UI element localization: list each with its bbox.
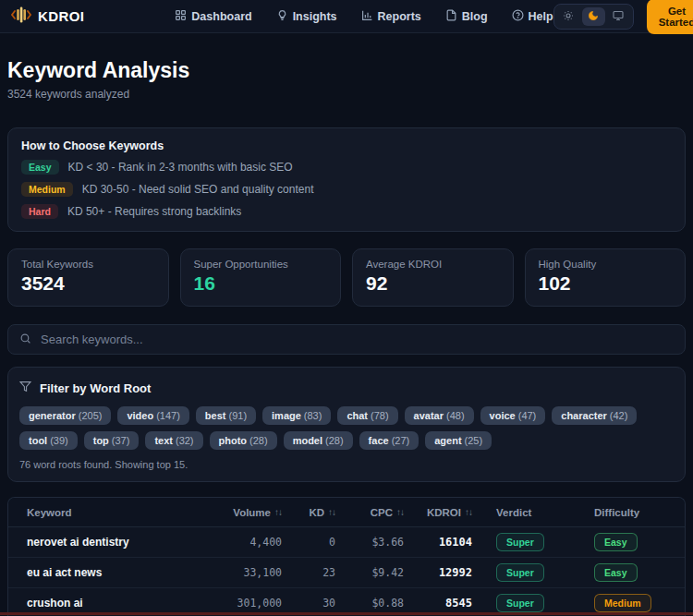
verdict-badge: Super: [496, 533, 544, 551]
theme-dark-button[interactable]: [582, 7, 605, 26]
difficulty-cell: Easy: [583, 533, 685, 551]
cpc-cell: $9.42: [348, 566, 417, 579]
chip-video[interactable]: video(147): [117, 406, 188, 425]
stat-label: Average KDROI: [366, 259, 500, 270]
chip-image[interactable]: image(83): [262, 406, 331, 425]
sun-icon: [563, 8, 574, 25]
verdict-badge: Super: [496, 594, 544, 612]
guide-text: KD 50+ - Requires strong backlinks: [67, 205, 241, 218]
chip-character[interactable]: character(42): [552, 406, 637, 425]
easy-badge: Easy: [21, 160, 59, 175]
stat-card-high-quality: High Quality 102: [525, 248, 687, 307]
sort-icon: ↑↓: [274, 507, 282, 517]
chip-agent[interactable]: agent(25): [425, 431, 492, 450]
guide-text: KD 30-50 - Need solid SEO and quality co…: [82, 183, 314, 196]
filter-title: Filter by Word Root: [40, 381, 151, 395]
chip-model[interactable]: model(28): [284, 431, 353, 450]
table-row[interactable]: eu ai act news 33,100 23 $9.42 12992 Sup…: [8, 558, 685, 588]
verdict-cell: Super: [485, 563, 583, 582]
stat-label: Total Keywords: [21, 259, 155, 270]
nav-item-help[interactable]: Help: [512, 9, 553, 24]
nav-item-reports[interactable]: Reports: [361, 9, 421, 24]
nav-item-dashboard[interactable]: Dashboard: [175, 9, 251, 24]
page-subtitle: 3524 keywords analyzed: [7, 88, 686, 101]
chip-photo[interactable]: photo(28): [210, 431, 277, 450]
stat-label: Super Opportunities: [194, 259, 328, 270]
guide-row-easy: Easy KD < 30 - Rank in 2-3 months with b…: [21, 160, 672, 175]
difficulty-cell: Easy: [583, 563, 685, 582]
search-input[interactable]: [41, 332, 674, 346]
theme-switcher: [553, 4, 634, 30]
chip-text[interactable]: text(32): [145, 431, 202, 450]
bottom-accent-line: [0, 612, 693, 615]
column-header-kd[interactable]: KD↑↓: [295, 507, 348, 518]
nav-label: Help: [529, 10, 553, 23]
sort-icon: ↑↓: [396, 507, 404, 517]
get-started-button[interactable]: Get Started: [647, 0, 693, 34]
stat-card-average-kdroi: Average KDROI 92: [352, 248, 514, 307]
keyword-cell: nerovet ai dentistry: [8, 536, 213, 549]
volume-cell: 33,100: [213, 566, 295, 579]
chip-avatar[interactable]: avatar(48): [405, 406, 474, 425]
chip-top[interactable]: top(37): [84, 431, 140, 450]
moon-icon: [588, 8, 599, 25]
chip-chat[interactable]: chat(78): [337, 406, 397, 425]
guide-text: KD < 30 - Rank in 2-3 months with basic …: [68, 161, 293, 174]
chip-best[interactable]: best(91): [196, 406, 256, 425]
stat-label: High Quality: [539, 259, 673, 270]
volume-cell: 301,000: [213, 597, 295, 610]
theme-light-button[interactable]: [557, 7, 580, 26]
brand[interactable]: KDROI: [11, 6, 84, 28]
chip-voice[interactable]: voice(47): [480, 406, 546, 425]
column-header-volume[interactable]: Volume↑↓: [213, 507, 295, 518]
sort-icon: ↑↓: [465, 507, 472, 517]
stat-card-super-opportunities: Super Opportunities 16: [180, 248, 342, 307]
nav-right: Get Started: [553, 0, 693, 34]
guide-row-medium: Medium KD 30-50 - Need solid SEO and qua…: [21, 182, 672, 197]
volume-cell: 4,400: [213, 536, 295, 549]
verdict-badge: Super: [496, 563, 544, 582]
hard-badge: Hard: [21, 204, 58, 219]
document-icon: [445, 9, 457, 24]
keyword-cell: crushon ai: [8, 597, 213, 610]
search-icon: [19, 332, 31, 348]
kd-cell: 0: [295, 536, 348, 549]
column-header-kdroi[interactable]: KDROI↑↓: [417, 507, 485, 518]
keyword-cell: eu ai act news: [8, 566, 213, 579]
theme-system-button[interactable]: [607, 7, 630, 26]
cpc-cell: $0.88: [348, 597, 417, 610]
chip-generator[interactable]: generator(205): [19, 406, 111, 425]
nav-item-insights[interactable]: Insights: [276, 9, 337, 24]
help-circle-icon: [512, 9, 524, 24]
column-header-verdict: Verdict: [485, 507, 583, 518]
filter-panel: Filter by Word Root generator(205) video…: [7, 367, 686, 482]
table-row[interactable]: nerovet ai dentistry 4,400 0 $3.66 16104…: [8, 527, 685, 558]
word-root-chips: generator(205) video(147) best(91) image…: [19, 406, 674, 450]
verdict-cell: Super: [485, 594, 583, 612]
filter-footer-text: 76 word roots found. Showing top 15.: [19, 459, 674, 470]
stat-value: 92: [366, 272, 500, 295]
chip-tool[interactable]: tool(39): [19, 431, 78, 450]
guide-row-hard: Hard KD 50+ - Requires strong backlinks: [21, 204, 672, 219]
navbar: KDROI Dashboard Insights Reports Blog: [0, 0, 693, 33]
difficulty-badge: Easy: [594, 563, 638, 582]
cpc-cell: $3.66: [348, 536, 417, 549]
stat-card-total-keywords: Total Keywords 3524: [7, 248, 169, 307]
nav-item-blog[interactable]: Blog: [445, 9, 488, 24]
monitor-icon: [613, 8, 624, 25]
kd-cell: 23: [295, 566, 348, 579]
main-content: Keyword Analysis 3524 keywords analyzed …: [0, 58, 693, 616]
table-header-row: Keyword Volume↑↓ KD↑↓ CPC↑↓ KDROI↑↓ Verd…: [8, 498, 685, 527]
kd-cell: 30: [295, 597, 348, 610]
kdroi-cell: 8545: [417, 597, 485, 610]
stat-value: 102: [539, 272, 673, 295]
grid-icon: [175, 9, 187, 24]
column-header-difficulty: Difficulty: [583, 507, 685, 518]
column-header-cpc[interactable]: CPC↑↓: [348, 507, 417, 518]
column-header-keyword[interactable]: Keyword: [8, 507, 213, 518]
nav-menu: Dashboard Insights Reports Blog Help: [175, 9, 553, 24]
filter-header: Filter by Word Root: [19, 380, 674, 396]
chip-face[interactable]: face(27): [359, 431, 419, 450]
nav-label: Insights: [293, 10, 337, 23]
nav-label: Reports: [378, 10, 421, 23]
